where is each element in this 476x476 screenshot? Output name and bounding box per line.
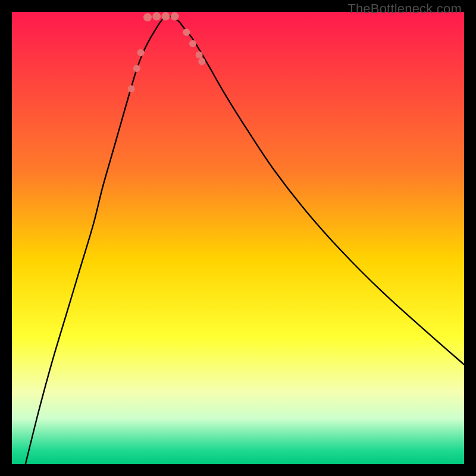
marker-dot <box>183 29 190 36</box>
marker-dot <box>161 12 170 21</box>
gradient-background <box>12 12 464 464</box>
marker-dot <box>133 65 140 72</box>
chart-frame <box>12 12 464 464</box>
marker-dot <box>196 51 203 58</box>
marker-dot <box>137 49 145 56</box>
marker-dot <box>189 40 196 47</box>
marker-dot <box>152 12 161 21</box>
bottleneck-chart <box>12 12 464 464</box>
marker-dot <box>143 13 152 21</box>
marker-dot <box>128 85 135 92</box>
marker-dot <box>198 58 205 65</box>
watermark-label: TheBottleneck.com <box>347 1 462 17</box>
marker-dot <box>171 12 179 21</box>
